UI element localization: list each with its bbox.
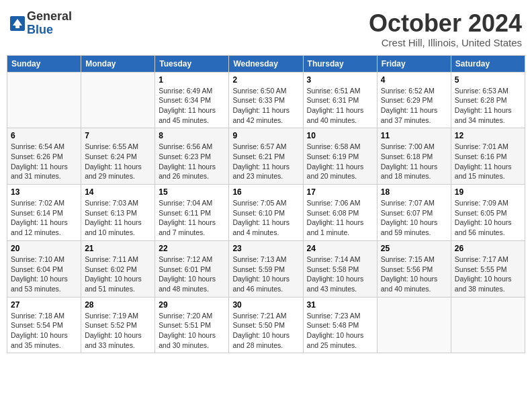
day-number: 19 [455,187,521,197]
day-number: 5 [455,75,521,85]
calendar-cell: 28Sunrise: 7:19 AMSunset: 5:52 PMDayligh… [81,297,155,353]
day-number: 26 [455,244,521,253]
calendar-cell: 12Sunrise: 7:01 AMSunset: 6:16 PMDayligh… [451,128,525,185]
calendar-cell: 10Sunrise: 6:58 AMSunset: 6:19 PMDayligh… [303,128,377,185]
day-number: 29 [159,300,225,310]
day-number: 20 [11,244,77,253]
day-number: 14 [85,187,151,197]
day-detail: Sunrise: 7:01 AMSunset: 6:16 PMDaylight:… [455,142,521,181]
day-detail: Sunrise: 7:18 AMSunset: 5:54 PMDaylight:… [11,311,77,351]
calendar-cell: 23Sunrise: 7:13 AMSunset: 5:59 PMDayligh… [229,240,303,297]
title-block: October 2024 Crest Hill, Illinois, Unite… [369,10,522,48]
week-row-5: 27Sunrise: 7:18 AMSunset: 5:54 PMDayligh… [7,297,525,353]
day-detail: Sunrise: 7:17 AMSunset: 5:55 PMDaylight:… [455,255,521,294]
calendar-cell: 29Sunrise: 7:20 AMSunset: 5:51 PMDayligh… [155,297,229,353]
day-number: 3 [307,75,373,85]
calendar-cell: 19Sunrise: 7:09 AMSunset: 6:05 PMDayligh… [451,185,525,241]
weekday-header-tuesday: Tuesday [155,55,229,72]
logo: General Blue [10,10,72,37]
logo-icon [10,16,25,31]
weekday-header-wednesday: Wednesday [229,55,303,72]
week-row-4: 20Sunrise: 7:10 AMSunset: 6:04 PMDayligh… [7,240,525,297]
day-detail: Sunrise: 6:49 AMSunset: 6:34 PMDaylight:… [159,86,225,126]
calendar-cell [377,297,451,353]
day-detail: Sunrise: 7:02 AMSunset: 6:14 PMDaylight:… [11,198,77,238]
day-detail: Sunrise: 6:51 AMSunset: 6:31 PMDaylight:… [307,86,373,126]
calendar-cell: 16Sunrise: 7:05 AMSunset: 6:10 PMDayligh… [229,185,303,241]
calendar-cell [81,72,155,128]
day-detail: Sunrise: 7:20 AMSunset: 5:51 PMDaylight:… [159,311,225,351]
calendar-cell: 7Sunrise: 6:55 AMSunset: 6:24 PMDaylight… [81,128,155,185]
calendar-cell: 18Sunrise: 7:07 AMSunset: 6:07 PMDayligh… [377,185,451,241]
calendar-cell: 25Sunrise: 7:15 AMSunset: 5:56 PMDayligh… [377,240,451,297]
day-number: 28 [85,300,151,310]
weekday-header-row: SundayMondayTuesdayWednesdayThursdayFrid… [7,55,525,72]
day-detail: Sunrise: 7:00 AMSunset: 6:18 PMDaylight:… [381,142,447,181]
day-number: 13 [11,187,77,197]
day-number: 11 [381,131,447,140]
weekday-header-saturday: Saturday [451,55,525,72]
week-row-1: 1Sunrise: 6:49 AMSunset: 6:34 PMDaylight… [7,72,525,128]
calendar-cell: 9Sunrise: 6:57 AMSunset: 6:21 PMDaylight… [229,128,303,185]
day-number: 9 [232,131,299,140]
calendar-cell [451,297,525,353]
calendar-cell: 20Sunrise: 7:10 AMSunset: 6:04 PMDayligh… [7,240,81,297]
day-detail: Sunrise: 7:10 AMSunset: 6:04 PMDaylight:… [11,255,77,294]
month-title: October 2024 [369,10,522,37]
calendar-cell: 4Sunrise: 6:52 AMSunset: 6:29 PMDaylight… [377,72,451,128]
day-detail: Sunrise: 7:03 AMSunset: 6:13 PMDaylight:… [85,198,151,238]
day-detail: Sunrise: 7:12 AMSunset: 6:01 PMDaylight:… [159,255,225,294]
calendar-cell: 24Sunrise: 7:14 AMSunset: 5:58 PMDayligh… [303,240,377,297]
calendar-cell: 21Sunrise: 7:11 AMSunset: 6:02 PMDayligh… [81,240,155,297]
calendar-table: SundayMondayTuesdayWednesdayThursdayFrid… [7,55,525,354]
calendar-cell: 27Sunrise: 7:18 AMSunset: 5:54 PMDayligh… [7,297,81,353]
day-detail: Sunrise: 7:15 AMSunset: 5:56 PMDaylight:… [381,255,447,294]
day-number: 22 [159,244,225,253]
calendar-cell: 8Sunrise: 6:56 AMSunset: 6:23 PMDaylight… [155,128,229,185]
day-detail: Sunrise: 7:07 AMSunset: 6:07 PMDaylight:… [381,198,447,238]
calendar-cell: 2Sunrise: 6:50 AMSunset: 6:33 PMDaylight… [229,72,303,128]
svg-rect-2 [15,26,19,28]
day-number: 4 [381,75,447,85]
weekday-header-thursday: Thursday [303,55,377,72]
day-number: 1 [159,75,225,85]
calendar-cell: 22Sunrise: 7:12 AMSunset: 6:01 PMDayligh… [155,240,229,297]
day-number: 2 [232,75,299,85]
weekday-header-monday: Monday [81,55,155,72]
day-number: 24 [307,244,373,253]
page-header: General Blue October 2024 Crest Hill, Il… [7,7,525,48]
day-detail: Sunrise: 7:13 AMSunset: 5:59 PMDaylight:… [232,255,299,294]
weekday-header-sunday: Sunday [7,55,81,72]
day-number: 12 [455,131,521,140]
day-number: 7 [85,131,151,140]
logo-general: General [27,10,72,24]
calendar-cell: 30Sunrise: 7:21 AMSunset: 5:50 PMDayligh… [229,297,303,353]
location: Crest Hill, Illinois, United States [369,37,522,48]
weekday-header-friday: Friday [377,55,451,72]
day-number: 10 [307,131,373,140]
calendar-cell [7,72,81,128]
day-number: 21 [85,244,151,253]
day-detail: Sunrise: 7:23 AMSunset: 5:48 PMDaylight:… [307,311,373,351]
calendar-cell: 17Sunrise: 7:06 AMSunset: 6:08 PMDayligh… [303,185,377,241]
logo-blue: Blue [27,24,72,37]
day-number: 31 [307,300,373,310]
day-number: 15 [159,187,225,197]
day-number: 17 [307,187,373,197]
calendar-cell: 13Sunrise: 7:02 AMSunset: 6:14 PMDayligh… [7,185,81,241]
day-number: 27 [11,300,77,310]
day-detail: Sunrise: 7:19 AMSunset: 5:52 PMDaylight:… [85,311,151,351]
calendar-cell: 26Sunrise: 7:17 AMSunset: 5:55 PMDayligh… [451,240,525,297]
day-detail: Sunrise: 6:56 AMSunset: 6:23 PMDaylight:… [159,142,225,181]
day-number: 6 [11,131,77,140]
day-detail: Sunrise: 7:04 AMSunset: 6:11 PMDaylight:… [159,198,225,238]
day-detail: Sunrise: 7:21 AMSunset: 5:50 PMDaylight:… [232,311,299,351]
calendar-cell: 5Sunrise: 6:53 AMSunset: 6:28 PMDaylight… [451,72,525,128]
day-detail: Sunrise: 6:54 AMSunset: 6:26 PMDaylight:… [11,142,77,181]
calendar-cell: 3Sunrise: 6:51 AMSunset: 6:31 PMDaylight… [303,72,377,128]
day-detail: Sunrise: 6:58 AMSunset: 6:19 PMDaylight:… [307,142,373,181]
day-number: 8 [159,131,225,140]
calendar-cell: 1Sunrise: 6:49 AMSunset: 6:34 PMDaylight… [155,72,229,128]
calendar-cell: 14Sunrise: 7:03 AMSunset: 6:13 PMDayligh… [81,185,155,241]
calendar-cell: 15Sunrise: 7:04 AMSunset: 6:11 PMDayligh… [155,185,229,241]
